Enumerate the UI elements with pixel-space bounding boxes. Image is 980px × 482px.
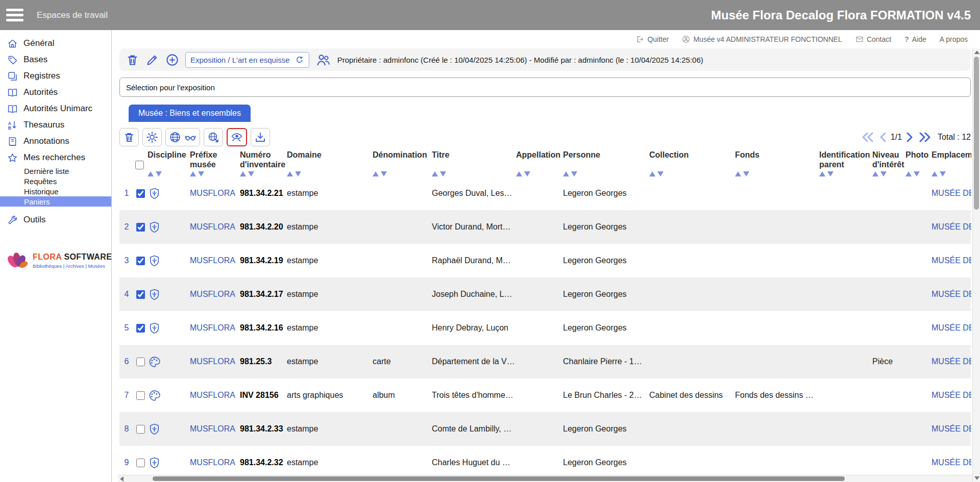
sort-asc-icon[interactable] xyxy=(190,171,196,176)
sort-arrows-personne[interactable] xyxy=(563,171,577,176)
row-checkbox[interactable] xyxy=(136,257,145,265)
sort-arrows-identification[interactable] xyxy=(819,171,834,176)
sidebar-item-outils[interactable]: Outils xyxy=(0,212,111,228)
sort-desc-icon[interactable] xyxy=(198,171,204,176)
sort-arrows-collection[interactable] xyxy=(649,171,664,176)
sidebar-item-autorites[interactable]: Autorités xyxy=(0,84,111,100)
sort-desc-icon[interactable] xyxy=(743,171,749,176)
sort-arrows-appellation[interactable] xyxy=(516,171,530,176)
sidebar-item-autorites-unimarc[interactable]: Autorités Unimarc xyxy=(0,100,111,117)
sort-arrows-fonds[interactable] xyxy=(735,171,749,176)
sort-arrows-emplacement[interactable] xyxy=(932,171,946,176)
sort-asc-icon[interactable] xyxy=(649,171,655,176)
sort-desc-icon[interactable] xyxy=(827,171,834,176)
row-checkbox[interactable] xyxy=(136,425,145,434)
row-checkbox[interactable] xyxy=(136,391,145,400)
emplacement-link[interactable]: MUSÉE DE xyxy=(932,176,971,210)
shared-basket-icon[interactable] xyxy=(315,52,331,68)
last-page-button[interactable] xyxy=(918,132,932,142)
vertical-scrollbar-thumb[interactable] xyxy=(974,57,979,210)
sort-arrows-prefixe[interactable] xyxy=(190,171,204,176)
sort-desc-icon[interactable] xyxy=(914,171,920,176)
prefix-link[interactable]: MUSFLORA xyxy=(190,412,240,446)
sort-asc-icon[interactable] xyxy=(148,171,154,176)
globe-export-button[interactable] xyxy=(204,128,223,146)
add-basket-button[interactable] xyxy=(165,53,179,67)
sidebar-subitem-derniere-liste[interactable]: Dernière liste xyxy=(0,166,111,176)
sidebar-subitem-historique[interactable]: Historique xyxy=(0,186,111,196)
row-checkbox[interactable] xyxy=(136,290,145,299)
sidebar-subitem-paniers[interactable]: Paniers xyxy=(0,196,111,207)
sort-asc-icon[interactable] xyxy=(287,171,293,176)
vertical-scrollbar[interactable] xyxy=(972,48,980,482)
scroll-up-icon[interactable] xyxy=(974,50,979,54)
row-number-link[interactable]: 3 xyxy=(119,244,134,277)
next-page-button[interactable] xyxy=(906,132,914,142)
sort-arrows-discipline[interactable] xyxy=(148,171,162,176)
quit-link[interactable]: Quitter xyxy=(636,35,669,43)
row-number-link[interactable]: 1 xyxy=(119,176,134,210)
settings-button[interactable] xyxy=(142,128,162,146)
sort-asc-icon[interactable] xyxy=(516,171,522,176)
sidebar-item-thesaurus[interactable]: AB Thesaurus xyxy=(0,117,111,133)
sort-desc-icon[interactable] xyxy=(440,171,446,176)
contact-link[interactable]: Contact xyxy=(855,35,891,43)
row-checkbox[interactable] xyxy=(136,459,145,467)
first-page-button[interactable] xyxy=(861,132,874,142)
download-button[interactable] xyxy=(251,128,270,146)
emplacement-link[interactable]: MUSÉE DE xyxy=(932,345,971,378)
sort-asc-icon[interactable] xyxy=(373,171,379,176)
delete-selection-button[interactable] xyxy=(119,128,139,146)
basket-description-input[interactable] xyxy=(119,78,971,97)
row-number-link[interactable]: 4 xyxy=(119,277,134,311)
sort-asc-icon[interactable] xyxy=(563,171,569,176)
sort-desc-icon[interactable] xyxy=(571,171,577,176)
sort-arrows-domaine[interactable] xyxy=(287,171,301,176)
sort-asc-icon[interactable] xyxy=(932,171,938,176)
prefix-link[interactable]: MUSFLORA xyxy=(190,176,240,210)
sort-desc-icon[interactable] xyxy=(381,171,387,176)
scroll-down-icon[interactable] xyxy=(974,476,979,480)
tab-musee-biens-et-ensembles[interactable]: Musée : Biens et ensembles xyxy=(129,105,251,122)
row-number-link[interactable]: 2 xyxy=(119,210,134,244)
row-checkbox[interactable] xyxy=(136,223,145,232)
prefix-link[interactable]: MUSFLORA xyxy=(190,311,240,345)
sidebar-item-mes-recherches[interactable]: Mes recherches xyxy=(0,149,111,166)
scroll-left-icon[interactable] xyxy=(120,476,124,481)
sort-arrows-numero[interactable] xyxy=(240,171,254,176)
sort-desc-icon[interactable] xyxy=(295,171,301,176)
sidebar-item-registres[interactable]: Registres xyxy=(0,68,111,84)
sort-desc-icon[interactable] xyxy=(880,171,887,176)
prefix-link[interactable]: MUSFLORA xyxy=(190,345,240,378)
prefix-link[interactable]: MUSFLORA xyxy=(190,210,240,244)
sort-asc-icon[interactable] xyxy=(819,171,825,176)
sort-desc-icon[interactable] xyxy=(657,171,664,176)
sidebar-subitem-requetes[interactable]: Requêtes xyxy=(0,176,111,186)
previous-page-button[interactable] xyxy=(878,132,887,142)
horizontal-scrollbar[interactable] xyxy=(118,475,972,482)
web-preview-button[interactable] xyxy=(165,128,200,146)
emplacement-link[interactable]: MUSÉE DE xyxy=(932,244,971,277)
sidebar-item-general[interactable]: Général xyxy=(0,35,111,52)
row-checkbox[interactable] xyxy=(136,324,145,333)
sort-asc-icon[interactable] xyxy=(735,171,741,176)
horizontal-scrollbar-thumb[interactable] xyxy=(153,476,845,481)
emplacement-link[interactable]: MUSÉE DE xyxy=(932,210,971,244)
sort-asc-icon[interactable] xyxy=(240,171,246,176)
emplacement-link[interactable]: MUSÉE DE xyxy=(932,277,971,311)
basket-selector[interactable]: Exposition / L'art en esquisse xyxy=(185,52,309,68)
sort-arrows-photo[interactable] xyxy=(905,171,920,176)
refresh-icon[interactable] xyxy=(295,55,304,64)
sort-asc-icon[interactable] xyxy=(432,171,438,176)
about-link[interactable]: A propos xyxy=(940,35,968,43)
sort-desc-icon[interactable] xyxy=(940,171,946,176)
sidebar-item-bases[interactable]: Bases xyxy=(0,52,111,68)
row-number-link[interactable]: 8 xyxy=(119,412,134,446)
help-link[interactable]: ? Aide xyxy=(904,35,926,43)
sort-arrows-titre[interactable] xyxy=(432,171,446,176)
row-number-link[interactable]: 6 xyxy=(119,345,134,378)
menu-icon[interactable] xyxy=(6,9,23,21)
prefix-link[interactable]: MUSFLORA xyxy=(190,277,240,311)
emplacement-link[interactable]: MUSÉE DE xyxy=(932,412,971,446)
sort-desc-icon[interactable] xyxy=(248,171,254,176)
